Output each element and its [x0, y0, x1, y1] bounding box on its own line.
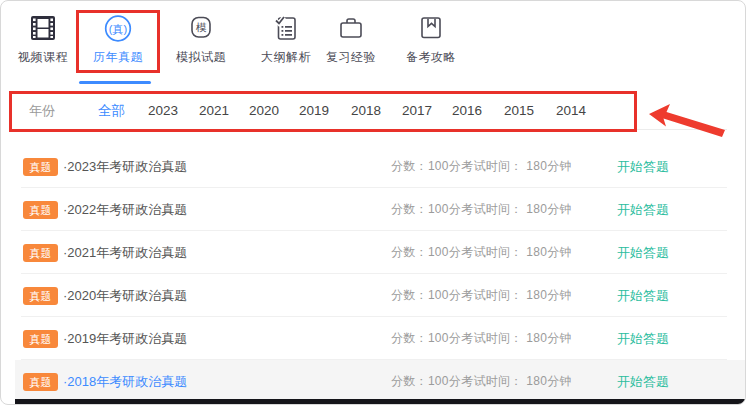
svg-text:模: 模 — [196, 21, 207, 33]
year-option-all[interactable]: 全部 — [98, 91, 125, 130]
nav-item-label: 备考攻略 — [399, 49, 463, 66]
svg-text:(真): (真) — [109, 23, 127, 35]
active-tab-underline — [79, 81, 151, 84]
exam-type-badge: 真题 — [23, 201, 58, 219]
year-option-2017[interactable]: 2017 — [402, 91, 432, 130]
nav-item-syllabus-analysis[interactable]: 大纲解析 — [254, 13, 318, 66]
year-option-2021[interactable]: 2021 — [199, 91, 229, 130]
year-filter-row: 年份 全部 2023 2021 2020 2019 2018 2017 2016… — [11, 91, 727, 130]
start-answering-link[interactable]: 开始答题 — [617, 244, 669, 262]
year-option-2016[interactable]: 2016 — [452, 91, 482, 130]
exam-title: ·2022年考研政治真题 — [63, 201, 187, 219]
zhen-circle-icon: (真) — [86, 13, 150, 46]
year-option-2015[interactable]: 2015 — [504, 91, 534, 130]
bottom-edge — [15, 399, 745, 404]
exam-title: ·2023年考研政治真题 — [63, 158, 187, 176]
start-answering-link[interactable]: 开始答题 — [617, 287, 669, 305]
start-answering-link[interactable]: 开始答题 — [617, 158, 669, 176]
exam-meta: 分数：100分考试时间： 180分钟 — [391, 201, 572, 218]
exam-meta: 分数：100分考试时间： 180分钟 — [391, 330, 572, 347]
nav-item-label: 视频课程 — [11, 49, 75, 66]
exam-title: ·2019年考研政治真题 — [63, 330, 187, 348]
nav-item-mock-exams[interactable]: 模 模拟试题 — [169, 13, 233, 66]
year-option-2019[interactable]: 2019 — [299, 91, 329, 130]
film-icon — [11, 13, 75, 46]
nav-item-prep-guide[interactable]: 备考攻略 — [399, 13, 463, 66]
year-option-2020[interactable]: 2020 — [249, 91, 279, 130]
exam-type-badge: 真题 — [23, 330, 58, 348]
exam-type-badge: 真题 — [23, 158, 58, 176]
mo-badge-icon: 模 — [169, 13, 233, 46]
exam-list: 真题 ·2023年考研政治真题 分数：100分考试时间： 180分钟 开始答题 … — [15, 145, 746, 403]
nav-item-label: 历年真题 — [86, 49, 150, 66]
exam-meta: 分数：100分考试时间： 180分钟 — [391, 158, 572, 175]
nav-item-review-experience[interactable]: 复习经验 — [319, 13, 383, 66]
exam-title: ·2020年考研政治真题 — [63, 287, 187, 305]
start-answering-link[interactable]: 开始答题 — [617, 201, 669, 219]
nav-item-video-courses[interactable]: 视频课程 — [11, 13, 75, 66]
book-icon — [399, 13, 463, 46]
exam-row[interactable]: 真题 ·2020年考研政治真题 分数：100分考试时间： 180分钟 开始答题 — [15, 274, 746, 317]
exam-meta: 分数：100分考试时间： 180分钟 — [391, 244, 572, 261]
nav-item-label: 模拟试题 — [169, 49, 233, 66]
exam-type-badge: 真题 — [23, 244, 58, 262]
exam-title: ·2018年考研政治真题 — [63, 373, 187, 391]
exam-title: ·2021年考研政治真题 — [63, 244, 187, 262]
year-option-2018[interactable]: 2018 — [351, 91, 381, 130]
exam-row[interactable]: 真题 ·2023年考研政治真题 分数：100分考试时间： 180分钟 开始答题 — [15, 145, 746, 188]
year-filter-label: 年份 — [29, 91, 55, 130]
start-answering-link[interactable]: 开始答题 — [617, 373, 669, 391]
exam-panel: 视频课程 (真) 历年真题 模 模拟试题 — [0, 0, 746, 405]
annotation-arrow — [647, 101, 727, 139]
exam-meta: 分数：100分考试时间： 180分钟 — [391, 373, 572, 390]
exam-type-badge: 真题 — [23, 373, 58, 391]
year-option-2014[interactable]: 2014 — [556, 91, 586, 130]
checklist-icon — [254, 13, 318, 46]
nav-item-label: 复习经验 — [319, 49, 383, 66]
exam-type-badge: 真题 — [23, 287, 58, 305]
nav-item-past-papers[interactable]: (真) 历年真题 — [86, 13, 150, 66]
exam-row[interactable]: 真题 ·2022年考研政治真题 分数：100分考试时间： 180分钟 开始答题 — [15, 188, 746, 231]
briefcase-icon — [319, 13, 383, 46]
exam-row[interactable]: 真题 ·2019年考研政治真题 分数：100分考试时间： 180分钟 开始答题 — [15, 317, 746, 360]
exam-row[interactable]: 真题 ·2021年考研政治真题 分数：100分考试时间： 180分钟 开始答题 — [15, 231, 746, 274]
exam-meta: 分数：100分考试时间： 180分钟 — [391, 287, 572, 304]
start-answering-link[interactable]: 开始答题 — [617, 330, 669, 348]
nav-item-label: 大纲解析 — [254, 49, 318, 66]
exam-row[interactable]: 真题 ·2018年考研政治真题 分数：100分考试时间： 180分钟 开始答题 — [15, 360, 746, 403]
year-option-2023[interactable]: 2023 — [148, 91, 178, 130]
